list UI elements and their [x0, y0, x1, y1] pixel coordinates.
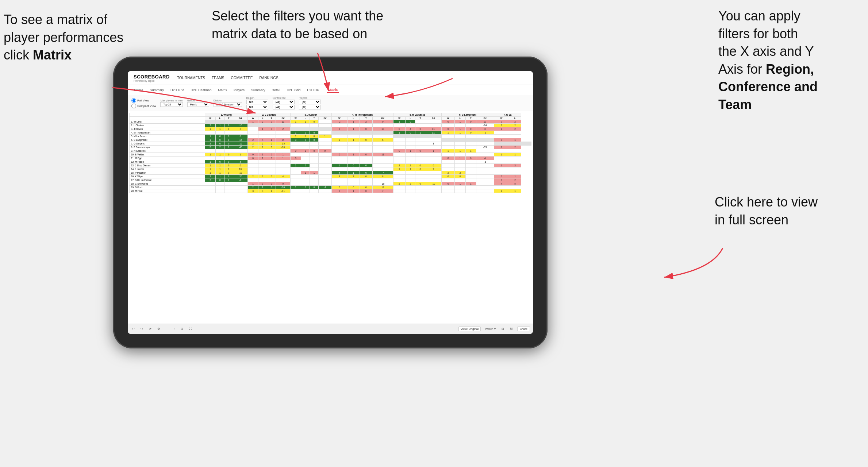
matrix-cell-14-0-1: 1 [216, 171, 224, 175]
matrix-cell-16-4-2 [415, 178, 425, 182]
tab-summary[interactable]: Summary [149, 88, 166, 93]
matrix-cell-2-4-2: 0 [415, 127, 425, 131]
matrix-cell-0-6-1: 2 [509, 120, 521, 124]
matrix-cell-11-3-2 [360, 160, 372, 164]
matrix-cell-19-6-0: 1 [494, 189, 509, 193]
sub-col-d3: Dif [318, 117, 331, 120]
matrix-cell-14-0-0: 1 [205, 171, 215, 175]
matrix-row-header-14: 15. P Maichon [130, 171, 205, 175]
matrix-cell-12-0-0: 1 [205, 164, 215, 167]
tab-h2h-grid2[interactable]: H2H Grid [285, 88, 302, 93]
matrix-cell-9-2-1 [301, 153, 310, 157]
tab-detail[interactable]: Detail [270, 88, 282, 93]
matrix-cell-2-4-3: 11 [425, 127, 442, 131]
zoom-out-button[interactable]: − [164, 327, 169, 331]
tab-h2h-he[interactable]: H2H He... [306, 88, 323, 93]
filter-region: Region N/A N/A [246, 97, 268, 109]
matrix-cell-12-3-1: 0 [347, 164, 360, 167]
fit-button[interactable]: ⊡ [179, 327, 185, 331]
matrix-cell-17-4-1: 2 [406, 182, 415, 186]
players-select-1[interactable]: (All) [299, 100, 321, 104]
matrix-cell-19-2-0 [290, 189, 301, 193]
matrix-area[interactable]: 1. W Ding 2. L Clanton 3. J Koivun 4. M … [128, 111, 533, 324]
matrix-cell-12-1-3 [276, 164, 291, 167]
tab-summary2[interactable]: Summary [250, 88, 267, 93]
matrix-cell-19-2-3 [318, 189, 331, 193]
matrix-cell-9-3-3: 11 [372, 153, 393, 157]
annotation-right-line5-bold: Conference and [718, 79, 818, 94]
matrix-cell-4-5-3 [476, 135, 494, 138]
undo-button[interactable]: ↩ [131, 327, 136, 331]
players-select-2[interactable]: (All) [299, 105, 321, 109]
tab-h2h-heatmap[interactable]: H2H Heatmap [189, 88, 213, 93]
division-select[interactable]: NCAA Division I [214, 102, 242, 107]
nav-teams[interactable]: TEAMS [212, 75, 224, 81]
matrix-cell-9-5-2 [465, 153, 476, 157]
matrix-cell-3-2-2: 0 [310, 131, 319, 135]
tab-players[interactable]: Players [232, 88, 246, 93]
toolbar-view-label[interactable]: View: Original [458, 327, 481, 331]
refresh-button[interactable]: ⟳ [147, 327, 153, 331]
matrix-cell-5-1-3: 24 [276, 138, 291, 142]
annotation-bottom-right: Click here to view in full screen [715, 193, 839, 229]
matrix-cell-15-0-0: 2 [205, 175, 215, 178]
matrix-cell-3-4-1: 0 [406, 131, 415, 135]
annotation-left-line2: player performances [4, 30, 123, 45]
region-select-1[interactable]: N/A [246, 100, 268, 104]
matrix-cell-diag-3-3-2 [360, 131, 372, 135]
region-select-2[interactable]: N/A [246, 105, 268, 109]
tab-teams[interactable]: Teams [132, 88, 145, 93]
matrix-cell-4-0-1: 0 [216, 135, 224, 138]
display-button[interactable]: ⊞ [500, 327, 506, 331]
matrix-cell-15-1-2: 0 [267, 175, 276, 178]
watch-button[interactable]: Watch ▾ [484, 327, 497, 331]
zoom-in-button[interactable]: + [172, 327, 177, 331]
nav-tournaments[interactable]: TOURNAMENTS [177, 75, 205, 81]
matrix-cell-9-0-3: 1 [233, 153, 248, 157]
tab-matrix[interactable]: Matrix [217, 88, 229, 93]
full-view-label[interactable]: Full View [131, 98, 156, 103]
matrix-cell-2-0-0: 1 [205, 127, 215, 131]
gender-select[interactable]: Men's [187, 102, 209, 107]
annotation-center: Select the filters you want the matrix d… [212, 7, 402, 43]
matrix-cell-14-2-2: 1 [310, 171, 319, 175]
compact-view-radio[interactable] [131, 104, 136, 108]
matrix-cell-12-1-0 [247, 164, 258, 167]
sub-col-d4: Dif [372, 117, 393, 120]
tab-matrix-active[interactable]: Matrix [327, 87, 339, 93]
matrix-cell-17-2-3 [318, 182, 331, 186]
matrix-cell-6-5-2 [465, 142, 476, 146]
matrix-cell-13-3-1 [347, 167, 360, 171]
logo-sub: Powered by clippd [134, 80, 170, 82]
conference-select-1[interactable]: (All) [273, 100, 295, 104]
full-view-radio[interactable] [131, 98, 136, 103]
tools-button[interactable]: ⚙ [156, 327, 161, 331]
matrix-cell-9-6-0: 1 [494, 153, 509, 157]
link-button[interactable]: ⛓ [508, 327, 514, 331]
matrix-row-header-10: 11. M Ege [130, 157, 205, 160]
matrix-cell-16-4-1 [406, 178, 415, 182]
matrix-cell-10-2-0: 0 [290, 157, 301, 160]
matrix-cell-2-0-2: 0 [224, 127, 233, 131]
matrix-cell-11-5-2 [465, 160, 476, 164]
matrix-cell-12-3-0: 1 [331, 164, 347, 167]
matrix-cell-6-4-0 [393, 142, 405, 146]
share-button[interactable]: Share [517, 327, 530, 331]
matrix-cell-13-0-0: 1 [205, 167, 215, 171]
compact-view-label[interactable]: Compact View [131, 104, 156, 108]
matrix-cell-16-3-1 [347, 178, 360, 182]
max-players-select[interactable]: Top 25 [160, 102, 183, 107]
matrix-cell-18-3-3: 13 [372, 186, 393, 189]
nav-rankings[interactable]: RANKINGS [259, 75, 278, 81]
matrix-cell-9-3-0: 0 [331, 153, 347, 157]
matrix-cell-15-2-1 [301, 175, 310, 178]
conference-select-2[interactable]: (All) [273, 105, 295, 109]
matrix-cell-2-0-3: 2 [233, 127, 248, 131]
fullscreen-button[interactable]: ⛶ [188, 327, 193, 331]
redo-button[interactable]: ↪ [139, 327, 145, 331]
tab-h2h-grid[interactable]: H2H Grid [169, 88, 186, 93]
matrix-cell-2-5-1: 1 [455, 127, 465, 131]
matrix-cell-4-5-2 [465, 135, 476, 138]
matrix-cell-1-0-0: 2 [205, 124, 215, 127]
nav-committee[interactable]: COMMITTEE [231, 75, 253, 81]
